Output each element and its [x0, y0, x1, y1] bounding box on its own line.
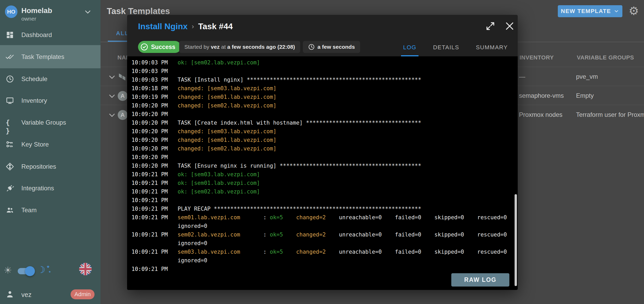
log-message [178, 265, 510, 273]
log-row: 10:09:19 PMchanged: [sem01.lab.vezpi.com… [132, 93, 510, 101]
breadcrumb: Install Nginx › Task #44 [138, 22, 233, 31]
log-message: changed: [sem03.lab.vezpi.com] [178, 127, 510, 136]
project-name: Homelab [21, 7, 52, 15]
cell-inventory: — [519, 73, 525, 80]
expand-modal-icon[interactable] [485, 21, 496, 32]
settings-gear-icon[interactable]: ⚙ [629, 4, 639, 17]
new-template-button[interactable]: NEW TEMPLATE [558, 5, 622, 17]
log-row: 10:09:03 PMTASK [Install nginx] ********… [132, 76, 510, 84]
started-by-chip: Started by vez at a few seconds ago (22:… [179, 41, 300, 53]
monitor-icon [6, 96, 14, 105]
template-link[interactable]: Install Nginx [138, 22, 187, 31]
log-message: PLAY RECAP *****************************… [178, 205, 510, 213]
log-message: TASK [Install nginx] *******************… [178, 76, 510, 84]
sidebar-item-repositories[interactable]: Repositories [0, 156, 101, 178]
tab-log[interactable]: LOG [401, 42, 418, 56]
log-row: 10:09:21 PM [132, 265, 510, 273]
log-row: 10:09:21 PMsem02.lab.vezpi.com : ok=5 ch… [132, 230, 510, 248]
sidebar-item-schedule[interactable]: Schedule [0, 68, 101, 90]
log-row: 10:09:18 PMchanged: [sem03.lab.vezpi.com… [132, 84, 510, 93]
log-timestamp: 10:09:21 PM [132, 248, 178, 265]
chevron-down-icon [614, 8, 619, 14]
dark-mode-moon-icon: ☾ [37, 264, 45, 275]
language-flag-uk[interactable] [79, 263, 92, 275]
log-row: 10:09:20 PMchanged: [sem02.lab.vezpi.com… [132, 144, 510, 153]
duration-chip: a few seconds [303, 41, 360, 53]
column-header-inventory: INVENTORY [520, 54, 554, 61]
log-timestamp: 10:09:21 PM [132, 213, 178, 230]
log-message [178, 67, 510, 76]
log-message: changed: [sem02.lab.vezpi.com] [178, 101, 510, 110]
close-icon[interactable] [504, 21, 515, 32]
log-timestamp: 10:09:20 PM [132, 127, 178, 136]
log-message: changed: [sem01.lab.vezpi.com] [178, 93, 510, 101]
log-timestamp: 10:09:20 PM [132, 119, 178, 127]
expand-row-icon[interactable] [107, 111, 117, 120]
log-row: 10:09:20 PMTASK [Ensure nginx is running… [132, 162, 510, 170]
chevron-down-icon [83, 8, 92, 16]
log-row: 10:09:21 PMok: [sem01.lab.vezpi.com] [132, 179, 510, 187]
ansible-icon: A [118, 91, 128, 101]
tab-summary[interactable]: SUMMARY [474, 42, 510, 56]
project-role: owner [21, 16, 36, 22]
cell-variable-groups: Terraform user for Proxm [576, 111, 644, 118]
log-timestamp: 10:09:21 PM [132, 187, 178, 196]
cell-variable-groups: Empty [576, 92, 594, 99]
log-row: 10:09:20 PM [132, 110, 510, 119]
log-timestamp: 10:09:21 PM [132, 205, 178, 213]
git-icon [6, 162, 14, 171]
log-message: changed: [sem02.lab.vezpi.com] [178, 144, 510, 153]
log-message: sem01.lab.vezpi.com : ok=5 changed=2 unr… [178, 213, 510, 230]
clock-icon [6, 75, 14, 83]
log-output: 10:09:03 PMok: [sem02.lab.vezpi.com]10:0… [127, 56, 518, 290]
moon-star-icon: ★ [48, 270, 51, 273]
log-row: 10:09:20 PMchanged: [sem03.lab.vezpi.com… [132, 127, 510, 136]
keys-icon [6, 140, 14, 149]
column-header-variable-groups: VARIABLE GROUPS [577, 54, 634, 61]
log-row: 10:09:20 PM [132, 153, 510, 162]
log-row: 10:09:21 PMPLAY RECAP ******************… [132, 205, 510, 213]
sidebar-item-inventory[interactable]: Inventory [0, 90, 101, 112]
check-circle-icon [140, 43, 148, 51]
sidebar-item-dashboard[interactable]: Dashboard [0, 24, 101, 46]
log-timestamp: 10:09:20 PM [132, 153, 178, 162]
log-scrollbar[interactable] [515, 194, 517, 286]
moon-star-icon: ★ [46, 264, 50, 269]
log-timestamp: 10:09:19 PM [132, 93, 178, 101]
project-switcher[interactable]: HO Homelab owner [0, 0, 101, 24]
log-timestamp: 10:09:21 PM [132, 179, 178, 187]
expand-row-icon[interactable] [107, 72, 117, 82]
log-message: TASK [Create index.html with hostname] *… [178, 119, 510, 127]
log-timestamp: 10:09:21 PM [132, 196, 178, 205]
log-timestamp: 10:09:21 PM [132, 230, 178, 248]
sidebar-item-key-store[interactable]: Key Store [0, 133, 101, 155]
log-message [178, 196, 510, 205]
sidebar-item-integrations[interactable]: Integrations [0, 177, 101, 199]
log-message: ok: [sem02.lab.vezpi.com] [178, 187, 510, 196]
light-mode-sun-icon: ☀ [4, 265, 12, 276]
expand-row-icon[interactable] [107, 92, 117, 101]
log-row: 10:09:20 PMchanged: [sem02.lab.vezpi.com… [132, 101, 510, 110]
raw-log-button[interactable]: RAW LOG [451, 273, 509, 287]
log-timestamp: 10:09:03 PM [132, 67, 178, 76]
log-timestamp: 10:09:20 PM [132, 110, 178, 119]
people-icon [6, 206, 14, 214]
log-message: changed: [sem03.lab.vezpi.com] [178, 84, 510, 93]
sidebar-item-variable-groups[interactable]: { } Variable Groups [0, 112, 101, 133]
log-row: 10:09:20 PMTASK [Create index.html with … [132, 119, 510, 127]
theme-controls: ☀ ☾ ★ ★ [0, 264, 101, 278]
sidebar-item-task-templates[interactable]: Task Templates [0, 45, 101, 68]
log-row: 10:09:21 PMsem03.lab.vezpi.com : ok=5 ch… [132, 248, 510, 265]
sidebar-item-team[interactable]: Team [0, 199, 101, 221]
log-row: 10:09:03 PMok: [sem02.lab.vezpi.com] [132, 58, 510, 67]
tab-details[interactable]: DETAILS [431, 42, 461, 56]
project-avatar: HO [5, 5, 17, 18]
log-timestamp: 10:09:03 PM [132, 76, 178, 84]
user-menu[interactable]: vez Admin [0, 287, 101, 304]
admin-role-badge: Admin [71, 289, 95, 299]
log-row: 10:09:21 PM [132, 196, 510, 205]
log-timestamp: 10:09:21 PM [132, 265, 178, 273]
terraform-icon [118, 72, 128, 82]
new-template-label: NEW TEMPLATE [561, 8, 611, 15]
dark-mode-toggle-thumb[interactable] [25, 266, 35, 276]
